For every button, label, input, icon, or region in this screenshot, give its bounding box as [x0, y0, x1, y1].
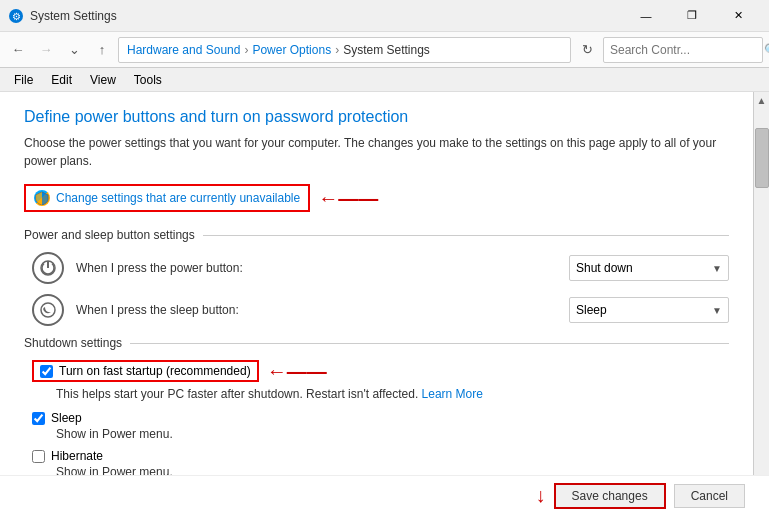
- sleep-option-desc: Show in Power menu.: [56, 427, 729, 441]
- power-button-row: When I press the power button: Shut down…: [32, 252, 729, 284]
- hibernate-checkbox[interactable]: [32, 450, 45, 463]
- arrow-left-annotation: ←――: [267, 360, 327, 383]
- page-title: Define power buttons and turn on passwor…: [24, 108, 729, 126]
- sleep-button-row: When I press the sleep button: Sleep ▼: [32, 294, 729, 326]
- hibernate-checkbox-row: Hibernate: [32, 449, 729, 463]
- fast-startup-row: Turn on fast startup (recommended) ←――: [32, 360, 729, 383]
- sleep-checkbox-row: Sleep: [32, 411, 729, 425]
- app-icon: ⚙: [8, 8, 24, 24]
- breadcrumb-current: System Settings: [343, 43, 430, 57]
- sleep-icon: [32, 294, 64, 326]
- window-title: System Settings: [30, 9, 623, 23]
- menu-file[interactable]: File: [6, 71, 41, 89]
- save-button[interactable]: Save changes: [554, 483, 666, 509]
- fast-startup-label[interactable]: Turn on fast startup (recommended): [59, 364, 251, 378]
- svg-text:⚙: ⚙: [12, 11, 21, 22]
- search-input[interactable]: [610, 43, 760, 57]
- breadcrumb-power[interactable]: Power Options: [252, 43, 331, 57]
- scrollbar-thumb[interactable]: [755, 128, 769, 188]
- hibernate-option-label[interactable]: Hibernate: [51, 449, 103, 463]
- scrollbar[interactable]: ▲ ▼: [753, 92, 769, 515]
- refresh-button[interactable]: ↻: [575, 38, 599, 62]
- dropdown-button[interactable]: ⌄: [62, 38, 86, 62]
- power-sleep-section-header: Power and sleep button settings: [24, 228, 729, 242]
- arrow-right-annotation: ←――: [318, 187, 378, 210]
- cancel-button[interactable]: Cancel: [674, 484, 745, 508]
- back-button[interactable]: ←: [6, 38, 30, 62]
- sleep-checkbox[interactable]: [32, 412, 45, 425]
- fast-startup-checkbox[interactable]: [40, 365, 53, 378]
- bottom-bar: ↓ Save changes Cancel: [0, 475, 769, 515]
- content-area: Define power buttons and turn on passwor…: [0, 92, 753, 515]
- search-bar: 🔍: [603, 37, 763, 63]
- restore-button[interactable]: ❐: [669, 0, 715, 32]
- save-area: ↓ Save changes: [536, 483, 666, 509]
- main-content: Define power buttons and turn on passwor…: [0, 92, 769, 515]
- up-button[interactable]: ↑: [90, 38, 114, 62]
- chevron-down-icon: ▼: [712, 263, 722, 274]
- power-button-label: When I press the power button:: [76, 261, 569, 275]
- scroll-up-button[interactable]: ▲: [755, 92, 769, 108]
- close-button[interactable]: ✕: [715, 0, 761, 32]
- power-button-dropdown[interactable]: Shut down ▼: [569, 255, 729, 281]
- fast-startup-description: This helps start your PC faster after sh…: [56, 385, 729, 403]
- forward-button[interactable]: →: [34, 38, 58, 62]
- minimize-button[interactable]: —: [623, 0, 669, 32]
- sleep-button-dropdown[interactable]: Sleep ▼: [569, 297, 729, 323]
- search-icon: 🔍: [764, 43, 769, 57]
- page-description: Choose the power settings that you want …: [24, 134, 729, 170]
- menu-tools[interactable]: Tools: [126, 71, 170, 89]
- sleep-option-label[interactable]: Sleep: [51, 411, 82, 425]
- window-controls: — ❐ ✕: [623, 0, 761, 32]
- shutdown-section-header: Shutdown settings: [24, 336, 729, 350]
- change-settings-row: Change settings that are currently unava…: [24, 184, 729, 212]
- breadcrumb: Hardware and Sound › Power Options › Sys…: [127, 43, 430, 57]
- arrow-down-annotation: ↓: [536, 484, 546, 507]
- shield-icon: [34, 190, 50, 206]
- menu-edit[interactable]: Edit: [43, 71, 80, 89]
- fast-startup-checkbox-container[interactable]: Turn on fast startup (recommended): [32, 360, 259, 382]
- address-bar: Hardware and Sound › Power Options › Sys…: [118, 37, 571, 63]
- svg-point-4: [41, 303, 55, 317]
- power-button-value: Shut down: [576, 261, 633, 275]
- change-settings-label: Change settings that are currently unava…: [56, 191, 300, 205]
- menu-view[interactable]: View: [82, 71, 124, 89]
- chevron-down-icon-2: ▼: [712, 305, 722, 316]
- nav-bar: ← → ⌄ ↑ Hardware and Sound › Power Optio…: [0, 32, 769, 68]
- power-icon: [32, 252, 64, 284]
- sleep-button-label: When I press the sleep button:: [76, 303, 569, 317]
- breadcrumb-hardware[interactable]: Hardware and Sound: [127, 43, 240, 57]
- learn-more-link[interactable]: Learn More: [422, 387, 483, 401]
- sleep-button-value: Sleep: [576, 303, 607, 317]
- change-settings-button[interactable]: Change settings that are currently unava…: [24, 184, 310, 212]
- menu-bar: File Edit View Tools: [0, 68, 769, 92]
- title-bar: ⚙ System Settings — ❐ ✕: [0, 0, 769, 32]
